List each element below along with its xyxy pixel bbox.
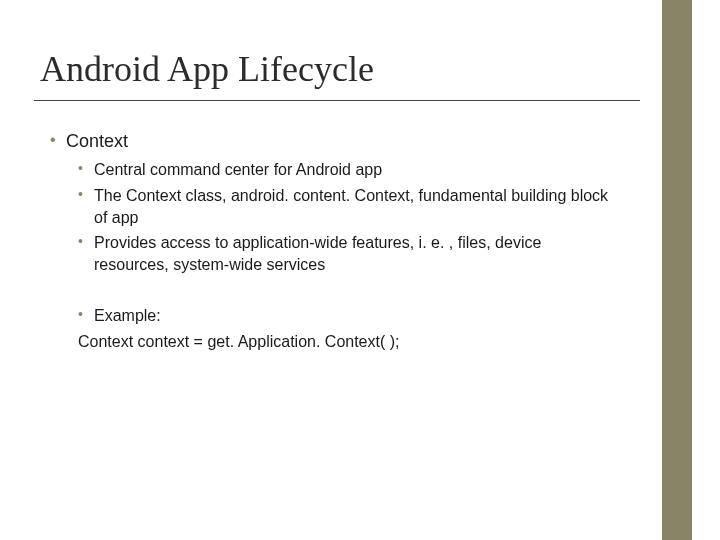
- code-line: Context context = get. Application. Cont…: [78, 331, 610, 353]
- sub-bullets-group-1: Central command center for Android app T…: [78, 159, 610, 275]
- bullet-level1: Context: [50, 130, 610, 153]
- accent-stripe: [662, 0, 692, 540]
- title-underline: [34, 100, 640, 101]
- sub-bullets-group-2: Example: Context context = get. Applicat…: [78, 305, 610, 352]
- slide-body: Context Central command center for Andro…: [50, 130, 610, 357]
- bullet-level2: Example:: [78, 305, 610, 327]
- bullet-level2: Central command center for Android app: [78, 159, 610, 181]
- bullet-level2: Provides access to application-wide feat…: [78, 232, 610, 275]
- slide-title: Android App Lifecycle: [40, 48, 374, 90]
- spacer: [50, 279, 610, 303]
- bullet-level2: The Context class, android. content. Con…: [78, 185, 610, 228]
